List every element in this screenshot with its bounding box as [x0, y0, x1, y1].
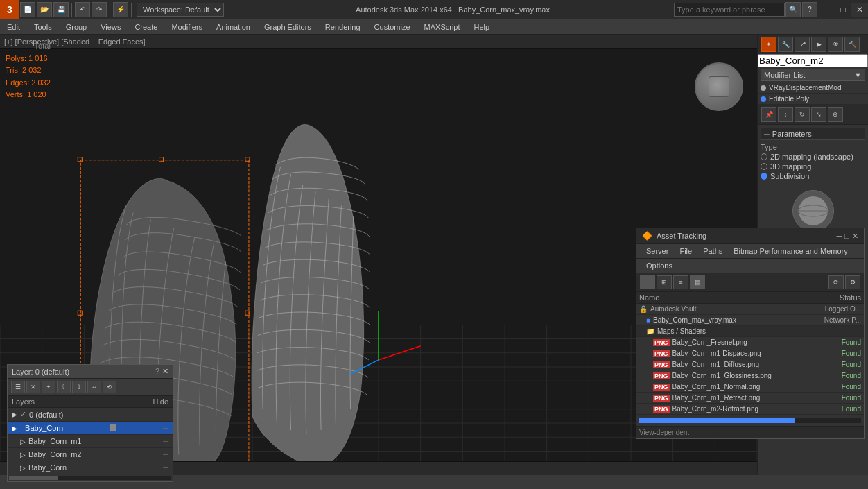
menu-modifiers[interactable]: Modifiers — [164, 22, 209, 33]
menu-tools[interactable]: Tools — [27, 22, 59, 33]
menu-graph-editors[interactable]: Graph Editors — [257, 22, 318, 33]
layer-scrollbar[interactable] — [9, 476, 171, 480]
rp-scale-btn[interactable]: ⤡ — [811, 107, 826, 122]
rp-move-btn[interactable]: ↕ — [778, 107, 793, 122]
layer-help-btn[interactable]: ? — [155, 367, 159, 376]
new-btn[interactable]: 📄 — [20, 2, 35, 17]
menu-animation[interactable]: Animation — [209, 22, 257, 33]
asset-row-glossiness[interactable]: PNG Baby_Corn_m1_Glossiness.png Found — [636, 370, 864, 381]
open-btn[interactable]: 📂 — [37, 2, 52, 17]
radio-3d-mapping[interactable]: 3D mapping — [761, 162, 865, 171]
layer-tool-add[interactable]: + — [42, 381, 55, 393]
asset-tracking-toolbar: ☰ ⊞ ≡ ▤ ⟳ ⚙ — [636, 273, 864, 292]
asset-row-vault[interactable]: 🔒 Autodesk Vault Logged O... — [636, 304, 864, 315]
layer-tool-1[interactable]: ☰ — [11, 381, 25, 393]
modifier-list-dropdown[interactable]: Modifier List ▼ — [761, 69, 865, 81]
at-tool-detail[interactable]: ≡ — [673, 275, 688, 289]
asset-tracking-close[interactable]: ✕ — [852, 232, 858, 241]
asset-row-fresnel[interactable]: PNG Baby_Corn_Fresnel.png Found — [636, 337, 864, 348]
radio-2d-mapping[interactable]: 2D mapping (landscape) — [761, 153, 865, 161]
menu-edit[interactable]: Edit — [0, 22, 27, 33]
rp-toolbar: 📌 ↕ ↻ ⤡ ⊕ — [758, 105, 868, 125]
asset-tracking-minimize[interactable]: ─ — [837, 232, 842, 241]
layer-tool-6[interactable]: ⟲ — [103, 381, 116, 393]
asset-refract-status: Found — [806, 394, 861, 402]
at-menu-paths[interactable]: Paths — [697, 246, 728, 257]
rp-align-btn[interactable]: ⊕ — [828, 107, 843, 122]
layer-tool-4[interactable]: ⇧ — [72, 381, 86, 393]
layer-row-m1[interactable]: ▷ Baby_Corn_m1 ─ — [8, 435, 173, 448]
asset-row-m2-refract[interactable]: PNG Baby_Corn_m2-Refract.png Found — [636, 404, 864, 415]
menu-rendering[interactable]: Rendering — [318, 22, 367, 33]
redo-btn[interactable]: ↷ — [92, 2, 107, 17]
asset-max-status: Network P... — [806, 316, 861, 324]
save-btn[interactable]: 💾 — [53, 2, 69, 17]
workspace-dropdown[interactable]: Workspace: Default — [137, 3, 224, 17]
search-input[interactable] — [674, 3, 785, 17]
asset-row-maps[interactable]: 📁 Maps / Shaders — [636, 326, 864, 337]
help-btn[interactable]: ? — [802, 2, 817, 17]
layer-row-corn[interactable]: ▷ Baby_Corn ─ — [8, 461, 173, 474]
asset-row-normal[interactable]: PNG Baby_Corn_m1_Normal.png Found — [636, 381, 864, 393]
layer-tool-5[interactable]: ↔ — [87, 381, 101, 393]
asset-bottom-bar: View-dependent — [636, 426, 864, 438]
rp-icon-hierarchy[interactable]: ⎇ — [795, 37, 810, 52]
at-tool-refresh[interactable]: ⟳ — [828, 275, 844, 289]
menu-group[interactable]: Group — [59, 22, 94, 33]
asset-tracking-maximize[interactable]: □ — [844, 232, 849, 241]
sep3 — [131, 3, 132, 17]
window-close-btn[interactable]: ✕ — [851, 3, 868, 17]
asset-maps-name: Maps / Shaders — [657, 327, 806, 335]
radio-subdivision[interactable]: Subdivision — [761, 172, 865, 180]
layer-close-btn[interactable]: ✕ — [162, 367, 168, 376]
rp-icon-display[interactable]: 👁 — [828, 37, 843, 52]
menu-customize[interactable]: Customize — [367, 22, 417, 33]
asset-row-diffuse[interactable]: PNG Baby_Corn_m1_Diffuse.png Found — [636, 359, 864, 370]
layer-icon-bc: ▶ — [12, 424, 17, 432]
at-menu-server[interactable]: Server — [641, 246, 674, 257]
rp-icon-modify[interactable]: 🔧 — [778, 37, 793, 52]
undo-btn[interactable]: ↶ — [75, 2, 90, 17]
menu-views[interactable]: Views — [94, 22, 128, 33]
layer-tool-2[interactable]: ✕ — [26, 381, 40, 393]
asset-row-max-file[interactable]: ■ Baby_Corn_max_vray.max Network P... — [636, 315, 864, 326]
png-icon-normal: PNG — [653, 384, 670, 391]
ref-btn[interactable]: ⚡ — [113, 2, 128, 17]
rp-icon-motion[interactable]: ▶ — [811, 37, 826, 52]
asset-vault-name: Autodesk Vault — [650, 305, 806, 313]
layer-row-m2[interactable]: ▷ Baby_Corn_m2 ─ — [8, 448, 173, 461]
layer-row-0[interactable]: ▶ ✓ 0 (default) ─ — [8, 408, 173, 422]
at-sub-options[interactable]: Options — [641, 260, 678, 271]
at-tool-settings[interactable]: ⚙ — [845, 275, 860, 289]
modifier-editable-poly[interactable]: Editable Poly — [758, 94, 868, 105]
window-maximize-btn[interactable]: □ — [835, 3, 851, 17]
at-tool-grid[interactable]: ⊞ — [657, 275, 672, 289]
layer-row-baby-corn[interactable]: ▶ Baby_Corn ─ — [8, 422, 173, 435]
menu-maxscript[interactable]: MAXScript — [417, 22, 467, 33]
modifier-vray[interactable]: VRayDisplacementMod — [758, 83, 868, 94]
menu-create[interactable]: Create — [128, 22, 164, 33]
at-tool-flat[interactable]: ▤ — [690, 275, 705, 289]
menu-help[interactable]: Help — [467, 22, 497, 33]
window-minimize-btn[interactable]: ─ — [818, 3, 835, 17]
navigation-cube[interactable] — [695, 62, 743, 111]
rp-rotate-btn[interactable]: ↻ — [795, 107, 810, 122]
search-btn[interactable]: 🔍 — [785, 2, 801, 17]
sep4 — [229, 3, 229, 17]
asset-refract-name: Baby_Corn_m1_Refract.png — [672, 394, 806, 402]
viewport-info: [+] [Perspective] [Shaded + Edged Faces] — [0, 35, 757, 49]
rp-pin-btn[interactable]: 📌 — [761, 107, 776, 122]
app-logo: 3 — [0, 0, 19, 19]
asset-row-refract[interactable]: PNG Baby_Corn_m1_Refract.png Found — [636, 393, 864, 404]
asset-row-dispace[interactable]: PNG Baby_Corn_m1-Dispace.png Found — [636, 348, 864, 359]
max-file-icon: ■ — [646, 316, 650, 324]
rp-icon-utils[interactable]: 🔨 — [844, 37, 860, 52]
at-menu-file[interactable]: File — [674, 246, 697, 257]
at-menu-bitmap[interactable]: Bitmap Performance and Memory — [728, 246, 853, 257]
layer-tool-3[interactable]: ⇩ — [57, 381, 71, 393]
at-tool-list[interactable]: ☰ — [640, 275, 655, 289]
modifier-name-input[interactable] — [758, 54, 868, 67]
layer-name-corn: Baby_Corn — [28, 463, 67, 472]
rp-icon-create[interactable]: ✦ — [761, 37, 776, 52]
layer-name-m2: Baby_Corn_m2 — [28, 450, 81, 458]
